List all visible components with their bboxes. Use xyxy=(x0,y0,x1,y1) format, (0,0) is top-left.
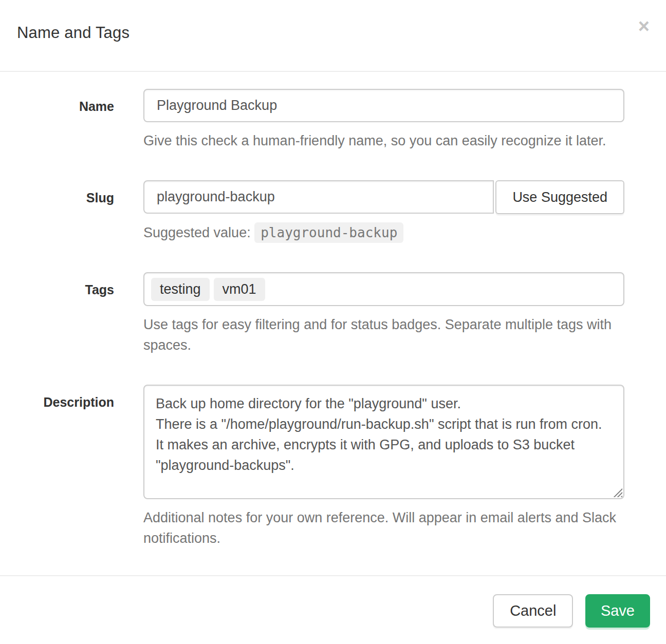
tags-control: testing vm01 Use tags for easy filtering… xyxy=(143,272,624,355)
cancel-button[interactable]: Cancel xyxy=(493,594,573,628)
slug-control: Use Suggested Suggested value: playgroun… xyxy=(143,180,624,243)
modal-body: Name Give this check a human-friendly na… xyxy=(0,72,666,575)
slug-input-group: Use Suggested xyxy=(143,180,624,214)
name-help-text: Give this check a human-friendly name, s… xyxy=(143,130,624,151)
description-field-row: Description Back up home directory for t… xyxy=(0,385,666,548)
slug-field-row: Slug Use Suggested Suggested value: play… xyxy=(0,180,666,243)
slug-input[interactable] xyxy=(143,180,494,214)
modal-header: Name and Tags × xyxy=(0,0,666,72)
suggested-value-code: playground-backup xyxy=(254,222,403,243)
description-label: Description xyxy=(17,385,114,548)
name-control: Give this check a human-friendly name, s… xyxy=(143,89,624,151)
description-help-text: Additional notes for your own reference.… xyxy=(143,507,624,548)
slug-label: Slug xyxy=(17,180,114,243)
tags-field-row: Tags testing vm01 Use tags for easy filt… xyxy=(0,272,666,355)
modal-footer: Cancel Save xyxy=(0,575,666,644)
suggested-value-prefix: Suggested value: xyxy=(143,225,251,240)
tag-chip[interactable]: testing xyxy=(151,278,210,301)
tag-chip[interactable]: vm01 xyxy=(214,278,265,301)
description-textarea[interactable]: Back up home directory for the "playgrou… xyxy=(143,385,624,499)
save-button[interactable]: Save xyxy=(585,594,650,628)
modal-title: Name and Tags xyxy=(17,24,649,42)
close-icon[interactable]: × xyxy=(636,14,652,38)
description-control: Back up home directory for the "playgrou… xyxy=(143,385,624,548)
use-suggested-button[interactable]: Use Suggested xyxy=(495,180,624,214)
name-label: Name xyxy=(17,89,114,151)
tags-help-text: Use tags for easy filtering and for stat… xyxy=(143,314,624,355)
tags-input[interactable]: testing vm01 xyxy=(143,272,624,306)
slug-help-text: Suggested value: playground-backup xyxy=(143,222,624,243)
name-and-tags-modal: Name and Tags × Name Give this check a h… xyxy=(0,0,666,644)
tags-label: Tags xyxy=(17,272,114,355)
name-field-row: Name Give this check a human-friendly na… xyxy=(0,89,666,151)
name-input[interactable] xyxy=(143,89,624,122)
description-textarea-wrap: Back up home directory for the "playgrou… xyxy=(143,385,624,499)
